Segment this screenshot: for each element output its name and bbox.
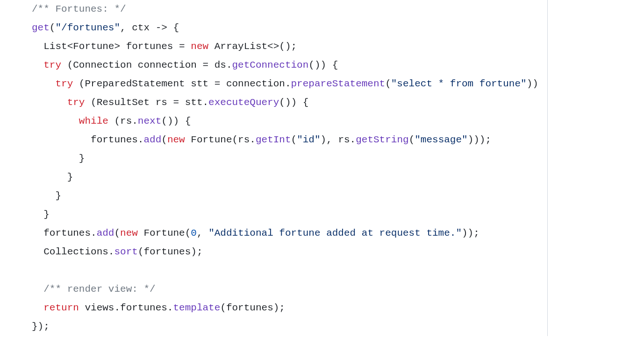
code-token: List<Fortune> fortunes = [43, 41, 191, 52]
code-line: try (PreparedStatement stt = connection.… [32, 75, 547, 93]
code-line [32, 261, 547, 280]
code-token: 0 [191, 228, 197, 239]
code-token: try [43, 60, 61, 70]
code-token: getInt [256, 134, 291, 145]
code-line: get("/fortunes", ctx -> { [32, 19, 547, 37]
code-token: add [143, 134, 161, 145]
code-token: get [32, 22, 50, 33]
code-token: (ResultSet rs = stt. [85, 97, 208, 108]
code-token: "id" [297, 134, 320, 145]
code-line: } [32, 149, 547, 168]
code-token: ( [409, 134, 415, 145]
code-token: views.fortunes. [79, 302, 173, 313]
code-token: getString [356, 134, 408, 145]
code-token: (Connection connection = ds. [61, 60, 232, 70]
code-token: )) [527, 78, 538, 89]
code-line: Collections.sort(fortunes); [32, 243, 547, 261]
code-line: fortunes.add(new Fortune(rs.getInt("id")… [32, 131, 547, 149]
code-token: template [173, 302, 220, 313]
code-token: )); [462, 228, 479, 239]
code-token: } [55, 190, 61, 201]
code-token: try [55, 78, 73, 89]
code-line: } [32, 205, 547, 224]
code-token: ArrayList<>(); [208, 41, 297, 52]
code-line: fortunes.add(new Fortune(0, "Additional … [32, 224, 547, 243]
code-line: while (rs.next()) { [32, 112, 547, 131]
code-token: ( [114, 228, 120, 239]
code-line: } [32, 187, 547, 205]
code-token: "select * from fortune" [391, 78, 527, 89]
code-token: ), rs. [321, 134, 356, 145]
code-token: /** render view: */ [43, 284, 155, 295]
code-token: sort [114, 246, 137, 257]
code-token: }); [32, 321, 50, 332]
code-token: ()) { [161, 116, 191, 126]
code-token: ()) { [308, 60, 338, 70]
code-line: /** Fortunes: */ [32, 0, 547, 19]
code-token: , [197, 228, 208, 239]
code-token: Collections. [43, 246, 114, 257]
code-token: new [120, 228, 138, 239]
code-token: "Additional fortune added at request tim… [208, 228, 462, 239]
code-line: }); [32, 317, 547, 336]
code-token: next [138, 116, 161, 126]
code-token: return [43, 302, 79, 313]
code-token: ( [161, 134, 167, 145]
code-line: return views.fortunes.template(fortunes)… [32, 299, 547, 317]
code-token: while [79, 116, 108, 126]
code-line: try (ResultSet rs = stt.executeQuery()) … [32, 93, 547, 112]
code-token: ()) { [279, 97, 308, 108]
code-token: prepareStatement [291, 78, 386, 89]
code-token: "message" [415, 134, 467, 145]
code-token: } [43, 209, 50, 220]
code-token: } [79, 153, 85, 164]
code-line: try (Connection connection = ds.getConne… [32, 56, 547, 75]
code-token: (fortunes); [138, 246, 203, 257]
code-token: , ctx -> { [120, 22, 179, 33]
code-token: /** Fortunes: */ [32, 4, 126, 14]
code-token: getConnection [232, 60, 309, 70]
code-line: List<Fortune> fortunes = new ArrayList<>… [32, 37, 547, 56]
code-token: ( [50, 22, 56, 33]
code-token: "/fortunes" [55, 22, 120, 33]
code-token: add [97, 228, 114, 239]
code-token: (PreparedStatement stt = connection. [73, 78, 291, 89]
code-line: } [32, 168, 547, 187]
code-token: ( [385, 78, 391, 89]
code-token: (fortunes); [220, 302, 285, 313]
code-line: /** render view: */ [32, 280, 547, 299]
code-block: /** Fortunes: */get("/fortunes", ctx -> … [0, 0, 548, 336]
code-token: Fortune( [138, 228, 191, 239]
code-token: } [67, 172, 73, 183]
code-token: Fortune(rs. [185, 134, 256, 145]
code-token: new [191, 41, 208, 52]
code-token: new [167, 134, 185, 145]
code-token: ( [291, 134, 297, 145]
code-token: (rs. [108, 116, 138, 126]
code-token: fortunes. [43, 228, 96, 239]
code-token: fortunes. [91, 134, 143, 145]
code-token: ))); [468, 134, 491, 145]
code-token: try [67, 97, 85, 108]
code-token: executeQuery [208, 97, 279, 108]
